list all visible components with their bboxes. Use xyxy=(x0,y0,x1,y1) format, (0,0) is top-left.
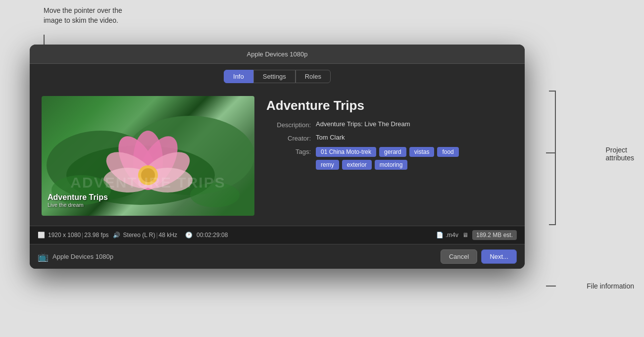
tags-container: 01 China Moto-trek gerard vistas food re… xyxy=(316,147,474,170)
description-row: Description: Adventure Trips: Live The D… xyxy=(266,120,513,129)
dialog-content: ADVENTURE TRIPS Adventure Trips Live the… xyxy=(30,88,525,226)
audio-item: Stereo (L R) xyxy=(123,232,155,239)
file-info-line xyxy=(546,286,556,287)
tab-info[interactable]: Info xyxy=(224,70,253,83)
resolution-item: ⬜ 1920 x 1080 xyxy=(38,232,81,239)
tag-2[interactable]: vistas xyxy=(409,147,435,157)
device-icon: 📺 xyxy=(38,251,49,262)
video-overlay-subtitle: Live the dream xyxy=(48,202,108,208)
tag-5[interactable]: exterior xyxy=(342,160,372,170)
export-dialog: Apple Devices 1080p Info Settings Roles xyxy=(30,45,525,269)
file-information-label: File information xyxy=(587,282,634,290)
creator-label: Creator: xyxy=(266,134,311,142)
tag-1[interactable]: gerard xyxy=(379,147,406,157)
bracket-mid xyxy=(546,152,556,153)
dialog-titlebar: Apple Devices 1080p xyxy=(30,45,525,64)
sample-rate-item: 48 kHz xyxy=(159,232,177,239)
video-preview[interactable]: ADVENTURE TRIPS Adventure Trips Live the… xyxy=(42,96,254,216)
dialog-tabs: Info Settings Roles xyxy=(30,64,525,88)
tags-row: Tags: 01 China Moto-trek gerard vistas f… xyxy=(266,147,513,170)
tag-3[interactable]: food xyxy=(437,147,458,157)
info-panel: Adventure Trips Description: Adventure T… xyxy=(266,96,513,216)
next-button[interactable]: Next... xyxy=(481,249,517,264)
project-attributes-label: Project attributes xyxy=(605,146,634,162)
device-name: Apple Devices 1080p xyxy=(52,253,113,260)
duration-item: 🕐 00:02:29:08 xyxy=(185,232,228,239)
bracket-bottom xyxy=(549,224,556,225)
description-value: Adventure Trips: Live The Dream xyxy=(316,120,410,128)
bracket-top xyxy=(549,91,556,92)
action-bar: 📺 Apple Devices 1080p Cancel Next... xyxy=(30,244,525,269)
tooltip-text: Move the pointer over the image to skim … xyxy=(44,6,122,25)
status-bar: ⬜ 1920 x 1080 | 23.98 fps 🔊 Stereo (L R)… xyxy=(30,226,525,244)
svg-point-11 xyxy=(141,168,155,182)
creator-value: Tom Clark xyxy=(316,134,345,141)
format-item: 📄 .m4v xyxy=(436,232,458,239)
video-thumbnail: ADVENTURE TRIPS Adventure Trips Live the… xyxy=(42,96,254,216)
tab-roles[interactable]: Roles xyxy=(296,70,331,83)
tab-settings[interactable]: Settings xyxy=(253,70,296,83)
action-buttons: Cancel Next... xyxy=(441,249,517,264)
description-label: Description: xyxy=(266,120,311,129)
dialog-title: Apple Devices 1080p xyxy=(247,50,308,58)
display-icon: ⬜ xyxy=(38,232,45,239)
tag-0[interactable]: 01 China Moto-trek xyxy=(316,147,376,157)
file-size-badge: 189.2 MB est. xyxy=(472,230,517,240)
tags-label: Tags: xyxy=(266,147,311,155)
video-text-overlay: Adventure Trips Live the dream xyxy=(48,193,108,208)
device-info: 📺 Apple Devices 1080p xyxy=(38,251,113,262)
display-icon-2: 🖥 xyxy=(462,232,468,239)
bracket-vertical xyxy=(555,91,556,224)
tag-4[interactable]: remy xyxy=(316,160,339,170)
svg-point-13 xyxy=(190,183,240,207)
project-name: Adventure Trips xyxy=(266,98,513,113)
creator-row: Creator: Tom Clark xyxy=(266,134,513,142)
tag-6[interactable]: motoring xyxy=(375,160,408,170)
fps-item: 23.98 fps xyxy=(84,232,108,239)
cancel-button[interactable]: Cancel xyxy=(441,249,477,264)
video-overlay-title: Adventure Trips xyxy=(48,193,108,202)
